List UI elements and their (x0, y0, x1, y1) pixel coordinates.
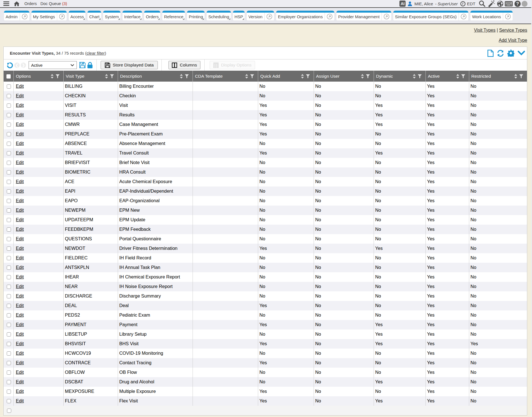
svg-text:?: ? (516, 1, 519, 6)
